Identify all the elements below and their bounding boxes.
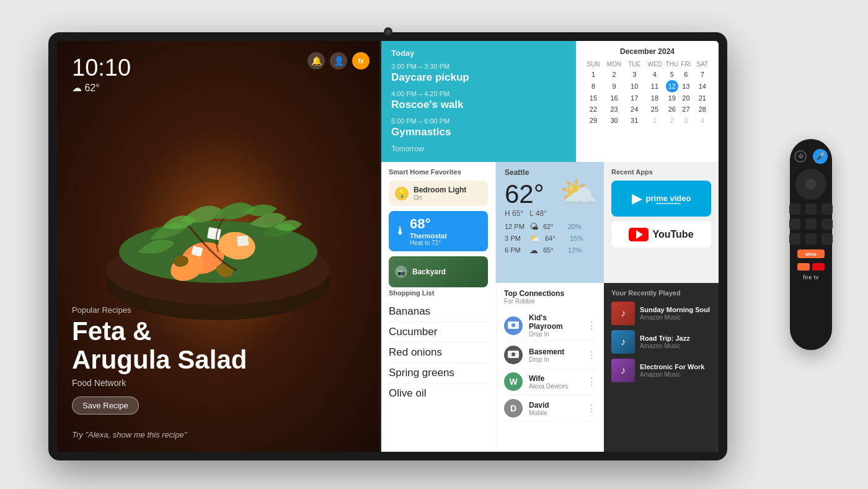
- conn-item-3[interactable]: W Wife Alexa Devices ⋮: [504, 369, 596, 395]
- conn-2-more[interactable]: ⋮: [587, 349, 596, 361]
- menu-icon[interactable]: fx: [352, 52, 370, 70]
- middle-section: Smart Home Favorites 💡 Bedroom Light On: [381, 162, 719, 283]
- rp-item-2[interactable]: ♪ Road Trip: Jazz Amazon Music: [611, 330, 711, 354]
- conn-3-more[interactable]: ⋮: [587, 376, 596, 388]
- svg-rect-7: [237, 235, 249, 246]
- backyard-item[interactable]: 📷 Backyard: [389, 256, 488, 287]
- shopping-item-5[interactable]: Olive oil: [389, 384, 489, 403]
- remote-dpad[interactable]: [795, 169, 826, 200]
- thermostat-item[interactable]: 🌡 68° Thermostat Heat to 72°: [389, 211, 488, 251]
- right-panel: Today 3:00 PM – 3:30 PM Daycare pickup 4…: [381, 41, 719, 452]
- remote-play-button[interactable]: [805, 218, 817, 230]
- cal-day[interactable]: 7: [694, 69, 711, 80]
- cal-day[interactable]: 9: [603, 80, 625, 92]
- cal-day[interactable]: 31: [625, 115, 644, 126]
- youtube-button[interactable]: YouTube: [611, 222, 711, 248]
- light-info: Bedroom Light On: [414, 186, 482, 201]
- remote-app-1-button[interactable]: [797, 263, 810, 271]
- connections-title: Top Connections: [504, 289, 596, 298]
- cal-day[interactable]: 17: [625, 92, 644, 104]
- cal-day[interactable]: 16: [603, 92, 625, 104]
- svg-point-14: [512, 352, 515, 356]
- conn-item-2[interactable]: Basement Drop In ⋮: [504, 342, 596, 369]
- remote-back-button[interactable]: [789, 204, 800, 215]
- cal-sat: SAT: [694, 60, 711, 69]
- notification-icon[interactable]: 🔔: [308, 52, 325, 70]
- weather-cloud-icon: ⛅: [559, 174, 598, 210]
- remote-vol-up[interactable]: [822, 233, 833, 244]
- conn-1-status: Drop In: [529, 331, 580, 338]
- cal-day[interactable]: 23: [603, 104, 625, 115]
- recipe-source: Food Network: [72, 378, 247, 388]
- conn-item-1[interactable]: Kid's Playroom Drop In ⋮: [504, 310, 596, 342]
- light-status: On: [414, 194, 482, 201]
- cal-day[interactable]: 15: [583, 92, 603, 104]
- cal-day[interactable]: 3: [625, 69, 644, 80]
- remote-rewind-button[interactable]: [789, 218, 800, 230]
- shopping-item-4[interactable]: Spring greens: [389, 363, 489, 384]
- cal-day[interactable]: 13: [678, 80, 694, 92]
- cal-day[interactable]: 30: [603, 115, 625, 126]
- cal-day[interactable]: 19: [666, 92, 679, 104]
- cal-day[interactable]: 28: [694, 104, 711, 115]
- cal-day[interactable]: 18: [644, 92, 665, 104]
- cal-day[interactable]: 14: [694, 80, 711, 92]
- cal-day[interactable]: 27: [678, 104, 694, 115]
- cal-day[interactable]: 2: [666, 115, 679, 126]
- cal-day[interactable]: 20: [678, 92, 694, 104]
- weather-row-3: 6 PM ☁ 65° 12%: [505, 245, 595, 255]
- shopping-item-1[interactable]: Bananas: [389, 302, 489, 322]
- cal-day[interactable]: 6: [678, 69, 694, 80]
- remote-vol-down[interactable]: [789, 233, 800, 244]
- remote-netflix-button[interactable]: [812, 263, 825, 271]
- shopping-item-3[interactable]: Red onions: [389, 343, 489, 363]
- cal-day[interactable]: 26: [666, 104, 679, 115]
- remote-power-button[interactable]: ⏻: [794, 150, 807, 163]
- cal-day[interactable]: 29: [583, 115, 603, 126]
- weather-row-2: 3 PM ⛅ 64° 15%: [505, 233, 595, 243]
- cal-day[interactable]: 24: [625, 104, 644, 115]
- rp-2-info: Road Trip: Jazz Amazon Music: [640, 334, 711, 349]
- time-display: 10:10 ☁ 62°: [72, 56, 131, 94]
- cal-day[interactable]: 1: [644, 115, 665, 126]
- conn-item-4[interactable]: D David Mobile ⋮: [504, 395, 596, 422]
- conn-1-more[interactable]: ⋮: [587, 320, 596, 331]
- event-2-name: Roscoe's walk: [391, 99, 566, 111]
- cal-day[interactable]: 8: [583, 80, 603, 92]
- cal-day[interactable]: 21: [694, 92, 711, 104]
- shopping-title: Shopping List: [389, 289, 489, 297]
- profile-icon[interactable]: 👤: [330, 52, 347, 70]
- recent-apps-widget: Recent Apps ▶ prime video: [604, 162, 719, 283]
- recipe-info: Popular Recipes Feta &Arugula Salad Food…: [72, 305, 247, 415]
- remote-menu-button[interactable]: [822, 204, 833, 215]
- rp-item-3[interactable]: ♪ Electronic For Work Amazon Music: [611, 359, 711, 382]
- prime-video-button[interactable]: ▶ prime video: [611, 181, 711, 217]
- cal-day[interactable]: 5: [666, 69, 679, 80]
- youtube-label: YouTube: [652, 229, 693, 240]
- cal-day[interactable]: 25: [644, 104, 665, 115]
- rp-1-source: Amazon Music: [640, 314, 711, 321]
- remote-mute-button[interactable]: [805, 233, 817, 244]
- remote-mic-button[interactable]: 🎤: [813, 149, 828, 164]
- save-recipe-button[interactable]: Save Recipe: [72, 397, 139, 415]
- wr2-temp: 64°: [545, 235, 565, 242]
- remote-alexa-button[interactable]: alexa: [797, 249, 825, 258]
- cal-day[interactable]: 1: [583, 69, 603, 80]
- remote-forward-button[interactable]: [822, 218, 833, 230]
- shopping-item-2[interactable]: Cucumber: [389, 322, 489, 343]
- remote-home-button[interactable]: [805, 204, 817, 215]
- cal-day[interactable]: 10: [625, 80, 644, 92]
- conn-4-more[interactable]: ⋮: [587, 403, 596, 415]
- cal-day[interactable]: 3: [678, 115, 694, 126]
- camera-icon: 📷: [395, 266, 407, 278]
- cal-day[interactable]: 4: [694, 115, 711, 126]
- wr1-temp: 62°: [543, 223, 563, 230]
- remote-select-button[interactable]: [805, 179, 817, 190]
- cal-day[interactable]: 4: [644, 69, 665, 80]
- cal-day[interactable]: 12: [666, 80, 679, 92]
- cal-day[interactable]: 11: [644, 80, 665, 92]
- cal-day[interactable]: 2: [603, 69, 625, 80]
- bedroom-light-item[interactable]: 💡 Bedroom Light On: [389, 181, 488, 206]
- cal-day[interactable]: 22: [583, 104, 603, 115]
- rp-item-1[interactable]: ♪ Sunday Morning Soul Amazon Music: [611, 302, 711, 325]
